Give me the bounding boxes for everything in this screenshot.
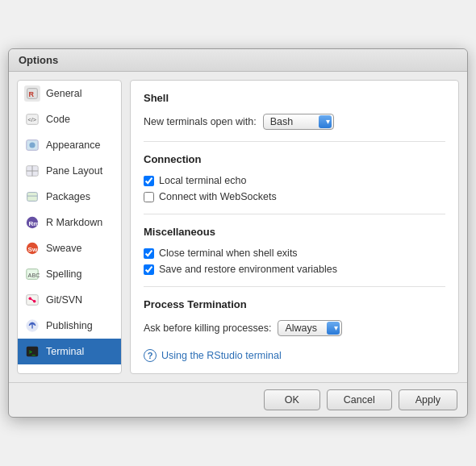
env-vars-row: Save and restore environment variables [144, 264, 445, 275]
svg-text:ABC: ABC [28, 272, 40, 279]
shell-field-row: New terminals open with: Bash Zsh sh Cus… [144, 114, 445, 130]
code-icon: </> [24, 111, 40, 127]
appearance-icon [24, 137, 40, 153]
sidebar-label-sweave: Sweave [46, 243, 81, 254]
apply-button[interactable]: Apply [399, 389, 457, 410]
sidebar-item-general[interactable]: R General [18, 81, 121, 106]
help-link-text: Using the RStudio terminal [161, 350, 282, 361]
ask-killing-label: Ask before killing processes: [144, 322, 271, 334]
sidebar: R General </> Code Appearance [17, 80, 122, 374]
packages-icon [24, 189, 40, 205]
sidebar-label-git-svn: Git/SVN [46, 294, 82, 306]
new-terminals-label: New terminals open with: [144, 116, 257, 127]
dialog-footer: OK Cancel Apply [9, 382, 467, 417]
sidebar-label-pane-layout: Pane Layout [46, 165, 102, 177]
content-area: Shell New terminals open with: Bash Zsh … [130, 80, 459, 374]
sidebar-item-r-markdown[interactable]: Rmd R Markdown [18, 210, 121, 235]
sidebar-item-pane-layout[interactable]: Pane Layout [18, 158, 121, 184]
env-vars-label: Save and restore environment variables [159, 264, 337, 275]
close-terminal-checkbox[interactable] [144, 248, 154, 259]
sidebar-label-spelling: Spelling [46, 268, 81, 280]
svg-text:</>: </> [28, 116, 36, 123]
process-select-wrapper[interactable]: Always Never Ask ▾ [278, 320, 342, 336]
cancel-button[interactable]: Cancel [327, 389, 392, 410]
section-shell: Shell New terminals open with: Bash Zsh … [144, 92, 445, 130]
terminal-icon: >_ [24, 343, 40, 360]
publishing-icon [24, 318, 40, 334]
sidebar-item-git-svn[interactable]: Git/SVN [18, 287, 121, 313]
sidebar-label-appearance: Appearance [46, 139, 100, 151]
shell-dropdown[interactable]: Bash Zsh sh Custom... [263, 114, 334, 130]
sidebar-item-appearance[interactable]: Appearance [18, 132, 121, 158]
process-dropdown[interactable]: Always Never Ask [278, 320, 342, 336]
env-vars-checkbox[interactable] [144, 264, 154, 275]
divider-3 [144, 286, 445, 287]
section-title-misc: Miscellaneous [144, 226, 445, 238]
process-field-row: Ask before killing processes: Always Nev… [144, 320, 445, 336]
local-echo-checkbox[interactable] [144, 176, 154, 186]
sidebar-item-sweave[interactable]: Sw Sweave [18, 235, 121, 261]
section-title-process: Process Termination [144, 298, 445, 310]
sidebar-item-code[interactable]: </> Code [18, 106, 121, 132]
divider-2 [144, 214, 445, 214]
dialog-title: Options [19, 54, 58, 66]
sweave-icon: Sw [24, 240, 40, 256]
svg-text:>_: >_ [29, 348, 36, 356]
options-dialog: Options R General </> Code [8, 48, 468, 418]
websockets-label: Connect with WebSockets [159, 191, 277, 202]
sidebar-label-packages: Packages [46, 191, 90, 202]
sidebar-item-publishing[interactable]: Publishing [18, 313, 121, 339]
section-process-termination: Process Termination Ask before killing p… [144, 298, 445, 336]
r-markdown-icon: Rmd [24, 214, 40, 231]
svg-text:Sw: Sw [28, 246, 38, 253]
spelling-icon: ABC [24, 266, 40, 282]
websockets-checkbox[interactable] [144, 192, 154, 202]
help-icon: ? [144, 349, 157, 362]
svg-point-5 [29, 142, 35, 148]
help-link[interactable]: ? Using the RStudio terminal [144, 349, 445, 362]
section-connection: Connection Local terminal echo Connect w… [144, 153, 445, 202]
sidebar-label-general: General [46, 88, 81, 99]
git-svn-icon [24, 292, 40, 308]
svg-text:Rmd: Rmd [29, 220, 40, 227]
section-title-shell: Shell [144, 92, 445, 104]
ok-button[interactable]: OK [264, 389, 320, 410]
sidebar-item-terminal[interactable]: >_ Terminal [18, 339, 121, 364]
divider-1 [144, 141, 445, 142]
general-icon: R [24, 85, 40, 102]
svg-text:R: R [29, 90, 35, 98]
sidebar-item-packages[interactable]: Packages [18, 184, 121, 210]
dialog-body: R General </> Code Appearance [9, 72, 467, 382]
sidebar-label-publishing: Publishing [46, 320, 93, 331]
section-miscellaneous: Miscellaneous Close terminal when shell … [144, 226, 445, 275]
sidebar-item-spelling[interactable]: ABC Spelling [18, 261, 121, 287]
local-echo-row: Local terminal echo [144, 175, 445, 186]
sidebar-label-terminal: Terminal [46, 346, 84, 357]
shell-select-wrapper[interactable]: Bash Zsh sh Custom... ▾ [263, 114, 334, 130]
section-title-connection: Connection [144, 153, 445, 165]
sidebar-label-r-markdown: R Markdown [46, 217, 102, 228]
sidebar-label-code: Code [46, 114, 70, 125]
close-terminal-label: Close terminal when shell exits [159, 248, 298, 259]
dialog-titlebar: Options [9, 49, 467, 72]
websockets-row: Connect with WebSockets [144, 191, 445, 202]
local-echo-label: Local terminal echo [159, 175, 246, 186]
pane-layout-icon [24, 163, 40, 179]
svg-rect-9 [27, 193, 38, 202]
close-terminal-row: Close terminal when shell exits [144, 248, 445, 259]
